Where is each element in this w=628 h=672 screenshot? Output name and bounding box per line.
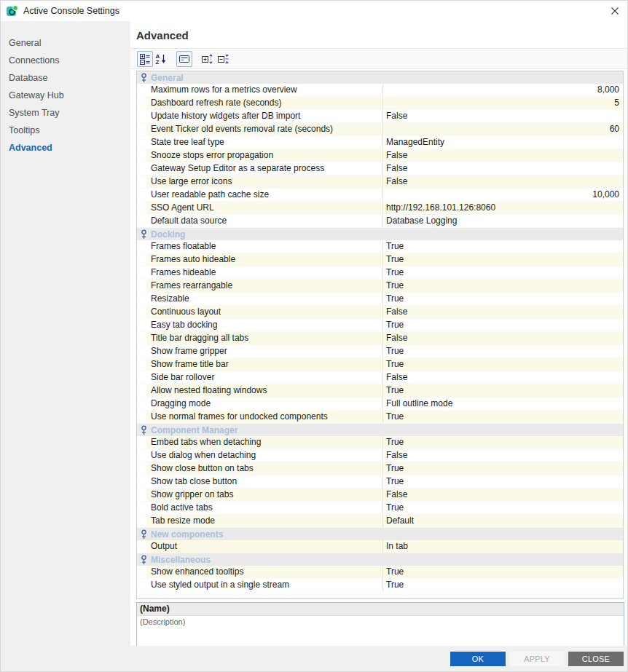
- property-row-title-bar-dragging-all-tabs[interactable]: Title bar dragging all tabsFalse: [137, 332, 623, 345]
- collapse-all-button[interactable]: [216, 51, 232, 67]
- property-value: True: [382, 293, 623, 305]
- property-value: Database Logging: [382, 215, 623, 227]
- property-row-state-tree-leaf-type[interactable]: State tree leaf typeManagedEntity: [137, 136, 623, 149]
- sidebar-item-gateway-hub[interactable]: Gateway Hub: [1, 87, 130, 104]
- property-label: Show close button on tabs: [146, 462, 382, 475]
- property-row-dragging-mode[interactable]: Dragging modeFull outline mode: [137, 398, 623, 411]
- category-header-new-components[interactable]: New components: [137, 528, 623, 540]
- property-label: Allow nested floating windows: [146, 384, 382, 397]
- category-header-docking[interactable]: Docking: [137, 228, 623, 240]
- row-gutter: [137, 502, 146, 514]
- property-row-easy-tab-docking[interactable]: Easy tab dockingTrue: [137, 319, 623, 332]
- row-gutter: [137, 566, 146, 578]
- property-row-event-ticker-old-events-removal-rate-seconds[interactable]: Event Ticker old events removal rate (se…: [137, 123, 623, 136]
- property-row-use-dialog-when-detaching[interactable]: Use dialog when detachingFalse: [137, 449, 623, 462]
- property-grid: GeneralMaximum rows for a metrics overvi…: [136, 71, 624, 599]
- ok-button[interactable]: OK: [450, 652, 506, 666]
- categorized-view-button[interactable]: [137, 51, 153, 67]
- property-row-frames-rearrangable[interactable]: Frames rearrangableTrue: [137, 280, 623, 293]
- property-row-tab-resize-mode[interactable]: Tab resize modeDefault: [137, 515, 623, 528]
- footer-bar: OKAPPLYCLOSE: [1, 646, 627, 671]
- property-row-show-frame-gripper[interactable]: Show frame gripperTrue: [137, 345, 623, 358]
- row-gutter: [137, 136, 146, 149]
- row-gutter: [137, 293, 146, 305]
- expand-all-button[interactable]: [200, 51, 216, 67]
- selected-property-description: (Description): [137, 616, 624, 628]
- selected-property-name: (Name): [137, 603, 624, 616]
- row-gutter: [137, 579, 146, 591]
- property-row-frames-auto-hideable[interactable]: Frames auto hideableTrue: [137, 253, 623, 266]
- property-value: 10,000: [382, 189, 623, 201]
- row-gutter: [137, 358, 146, 371]
- sidebar: GeneralConnectionsDatabaseGateway HubSys…: [1, 21, 130, 646]
- sidebar-item-tooltips[interactable]: Tooltips: [1, 122, 130, 139]
- property-description-toggle-button[interactable]: [176, 51, 192, 67]
- property-row-frames-floatable[interactable]: Frames floatableTrue: [137, 240, 623, 253]
- property-row-use-large-error-icons[interactable]: Use large error iconsFalse: [137, 175, 623, 189]
- property-row-allow-nested-floating-windows[interactable]: Allow nested floating windowsTrue: [137, 384, 623, 398]
- property-row-embed-tabs-when-detaching[interactable]: Embed tabs when detachingTrue: [137, 436, 623, 449]
- property-row-resizable[interactable]: ResizableTrue: [137, 293, 623, 306]
- row-gutter: [137, 97, 146, 109]
- property-row-sso-agent-url[interactable]: SSO Agent URLhttp://192.168.101.126:8060: [137, 202, 623, 215]
- property-value: False: [382, 175, 623, 188]
- property-row-side-bar-rollover[interactable]: Side bar rolloverFalse: [137, 371, 623, 384]
- category-header-general[interactable]: General: [137, 71, 623, 84]
- property-label: Use normal frames for undocked component…: [146, 411, 382, 423]
- pin-icon: [141, 529, 147, 539]
- property-row-continuous-layout[interactable]: Continuous layoutFalse: [137, 306, 623, 319]
- property-row-update-history-widgets-after-db-import[interactable]: Update history widgets after DB importFa…: [137, 110, 623, 123]
- property-row-show-enhanced-tooltips[interactable]: Show enhanced tooltipsTrue: [137, 566, 623, 579]
- property-row-user-readable-path-cache-size[interactable]: User readable path cache size10,000: [137, 189, 623, 202]
- apply-button[interactable]: APPLY: [509, 652, 565, 666]
- property-row-maximum-rows-for-a-metrics-overview[interactable]: Maximum rows for a metrics overview8,000: [137, 84, 623, 97]
- toolbar: A Z: [130, 49, 627, 69]
- property-row-snooze-stops-error-propagation[interactable]: Snooze stops error propagationFalse: [137, 149, 623, 162]
- sidebar-item-system-tray[interactable]: System Tray: [1, 104, 130, 122]
- sidebar-item-general[interactable]: General: [1, 34, 130, 52]
- property-row-frames-hideable[interactable]: Frames hideableTrue: [137, 266, 623, 280]
- sidebar-item-connections[interactable]: Connections: [1, 52, 130, 69]
- close-button[interactable]: CLOSE: [568, 652, 624, 666]
- property-label: Frames auto hideable: [146, 253, 382, 266]
- sidebar-item-database[interactable]: Database: [1, 69, 130, 87]
- property-label: Embed tabs when detaching: [146, 436, 382, 448]
- property-value: True: [382, 579, 623, 591]
- property-value: True: [382, 319, 623, 331]
- row-gutter: [137, 398, 146, 410]
- category-header-component-manager[interactable]: Component Manager: [137, 424, 623, 436]
- property-value: In tab: [382, 540, 623, 553]
- property-row-default-data-source[interactable]: Default data sourceDatabase Logging: [137, 215, 623, 228]
- alphabetical-sort-button[interactable]: A Z: [153, 51, 169, 67]
- property-label: Update history widgets after DB import: [146, 110, 382, 122]
- property-row-show-tab-close-button[interactable]: Show tab close buttonTrue: [137, 475, 623, 489]
- property-label: Gateway Setup Editor as a separate proce…: [146, 162, 382, 175]
- property-label: Continuous layout: [146, 306, 382, 318]
- property-label: Frames rearrangable: [146, 280, 382, 292]
- property-row-gateway-setup-editor-as-a-separate-process[interactable]: Gateway Setup Editor as a separate proce…: [137, 162, 623, 175]
- settings-window: Active Console Settings GeneralConnectio…: [0, 0, 628, 672]
- row-gutter: [137, 149, 146, 162]
- property-value: http://192.168.101.126:8060: [382, 202, 623, 214]
- property-value: False: [382, 489, 623, 501]
- property-label: Easy tab docking: [146, 319, 382, 331]
- az-sort-icon: A Z: [155, 53, 167, 65]
- property-row-output[interactable]: OutputIn tab: [137, 540, 623, 553]
- sidebar-item-advanced[interactable]: Advanced: [1, 139, 130, 157]
- property-row-show-gripper-on-tabs[interactable]: Show gripper on tabsFalse: [137, 489, 623, 502]
- row-gutter: [137, 515, 146, 527]
- category-header-miscellaneous[interactable]: Miscellaneous: [137, 553, 623, 566]
- row-gutter: [137, 332, 146, 344]
- property-row-use-normal-frames-for-undocked-components[interactable]: Use normal frames for undocked component…: [137, 411, 623, 424]
- property-row-use-styled-output-in-a-single-stream[interactable]: Use styled output in a single streamTrue: [137, 579, 623, 592]
- property-row-show-frame-title-bar[interactable]: Show frame title barTrue: [137, 358, 623, 371]
- property-row-bold-active-tabs[interactable]: Bold active tabsTrue: [137, 502, 623, 515]
- property-row-dashboard-refresh-rate-seconds[interactable]: Dashboard refresh rate (seconds)5: [137, 97, 623, 110]
- pin-icon: [141, 555, 147, 565]
- property-value: False: [382, 371, 623, 384]
- property-row-show-close-button-on-tabs[interactable]: Show close button on tabsTrue: [137, 462, 623, 475]
- close-icon[interactable]: [607, 3, 623, 19]
- row-gutter: [137, 162, 146, 175]
- property-label: Frames hideable: [146, 266, 382, 279]
- property-label: SSO Agent URL: [146, 202, 382, 214]
